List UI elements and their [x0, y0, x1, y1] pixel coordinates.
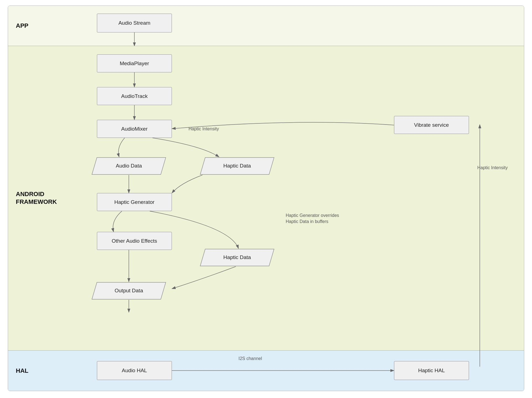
section-app: APP Audio Stream [8, 6, 524, 46]
haptic-intensity-top-label: Haptic Intensity [189, 126, 219, 131]
haptic-generator-box: Haptic Generator [97, 193, 172, 211]
framework-arrows [8, 46, 524, 350]
audio-mixer-box: AudioMixer [97, 120, 172, 138]
framework-label: ANDROIDFRAMEWORK [16, 190, 57, 206]
media-player-box: MediaPlayer [97, 54, 172, 72]
audio-data-box: Audio Data [91, 157, 166, 175]
svg-text:Audio Data: Audio Data [116, 163, 142, 169]
output-data-box: Output Data [91, 282, 166, 300]
svg-text:Output Data: Output Data [115, 288, 143, 293]
section-hal: HAL Audio HAL Haptic HAL I2S channel [8, 351, 524, 391]
app-label: APP [16, 22, 28, 29]
section-framework: ANDROIDFRAMEWORK MediaPlayer AudioTrack … [8, 46, 524, 351]
vibrate-service-box: Vibrate service [394, 116, 469, 134]
haptic-data-2-box: Haptic Data [200, 249, 275, 267]
haptic-generator-overrides-label: Haptic Generator overridesHaptic Data in… [286, 212, 339, 225]
other-audio-effects-box: Other Audio Effects [97, 232, 172, 250]
haptic-data-1-box: Haptic Data [200, 157, 275, 175]
haptic-intensity-right-label: Haptic Intensity [477, 165, 508, 170]
audio-stream-box: Audio Stream [97, 14, 172, 32]
hal-arrows [8, 351, 524, 391]
diagram-wrapper: APP Audio Stream ANDROIDFRAMEWORK MediaP… [8, 6, 524, 391]
audio-track-box: AudioTrack [97, 87, 172, 105]
svg-text:Haptic Data: Haptic Data [223, 163, 251, 169]
app-arrows [8, 6, 524, 46]
svg-text:Haptic Data: Haptic Data [223, 254, 251, 260]
